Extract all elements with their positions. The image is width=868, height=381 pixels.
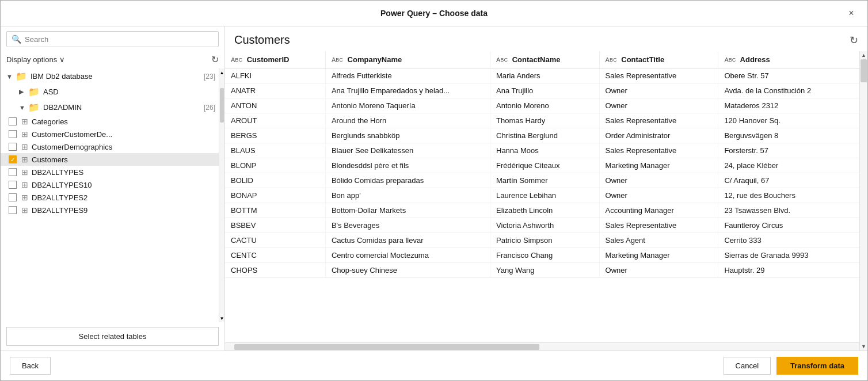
table-icon-customercustomerde: ⊞	[21, 129, 28, 139]
table-cell: 12, rue des Bouchers	[718, 188, 859, 203]
checkbox-customercustomerde[interactable]	[9, 130, 17, 138]
table-cell: Christina Berglund	[490, 128, 600, 143]
table-cell: Marketing Manager	[599, 158, 718, 173]
table-icon-customerdemographics: ⊞	[21, 142, 28, 151]
table-item-customerdemographics[interactable]: ⊞ CustomerDemographics	[1, 140, 219, 153]
table-cell: Martín Sommer	[490, 173, 600, 188]
horizontal-scrollbar-thumb[interactable]	[234, 344, 539, 350]
display-options-label: Display options	[6, 55, 57, 64]
table-cell: Sales Representative	[599, 218, 718, 233]
table-cell: Cactus Comidas para llevar	[325, 233, 490, 248]
checkbox-customers[interactable]	[9, 155, 17, 163]
table-cell: Accounting Manager	[599, 203, 718, 218]
table-cell: Owner	[599, 188, 718, 203]
table-cell: Sales Representative	[599, 113, 718, 128]
table-cell: BERGS	[225, 128, 325, 143]
table-cell: Bottom-Dollar Markets	[325, 203, 490, 218]
table-cell: BSBEV	[225, 218, 325, 233]
table-cell: Frédérique Citeaux	[490, 158, 600, 173]
table-cell: Hauptstr. 29	[718, 263, 859, 278]
table-cell: Forsterstr. 57	[718, 143, 859, 158]
tree-content: ▼ 📁 IBM Db2 database [23] ▶ 📁 ASD ▼	[1, 68, 219, 322]
table-header-row: ABC CustomerID ABC CompanyName ABC	[225, 51, 859, 68]
horizontal-scrollbar-track[interactable]	[225, 342, 859, 350]
tree-item-db2admin[interactable]: ▼ 📁 DB2ADMIN [26]	[1, 100, 219, 115]
dialog-title: Power Query – Choose data	[24, 9, 844, 18]
checkbox-db2alltypes2[interactable]	[9, 193, 17, 201]
table-body: ALFKIAlfreds FutterkisteMaria AndersSale…	[225, 68, 859, 278]
table-label-db2alltypes9: DB2ALLTYPES9	[32, 206, 215, 215]
table-scroll-area[interactable]: ABC CustomerID ABC CompanyName ABC	[225, 51, 859, 342]
table-cell: B's Beverages	[325, 218, 490, 233]
transform-data-button[interactable]: Transform data	[776, 357, 858, 375]
right-refresh-button[interactable]: ↻	[850, 34, 858, 47]
table-cell: AROUT	[225, 113, 325, 128]
table-cell: Ana Trujillo Emparedados y helad...	[325, 83, 490, 98]
toggle-icon: ▼	[6, 73, 16, 80]
col-header-contacttitle: ABC ContactTitle	[599, 51, 718, 68]
right-header: Customers ↻	[225, 26, 867, 51]
close-button[interactable]: ×	[844, 6, 858, 20]
table-item-categories[interactable]: ⊞ Categories	[1, 115, 219, 128]
table-row: BOTTMBottom-Dollar MarketsElizabeth Linc…	[225, 203, 859, 218]
cancel-button[interactable]: Cancel	[724, 357, 771, 375]
table-row: BOLIDBólido Comidas preparadasMartín Som…	[225, 173, 859, 188]
checkbox-db2alltypes[interactable]	[9, 168, 17, 176]
tree-label-asd: ASD	[43, 87, 215, 96]
search-input[interactable]	[25, 35, 214, 44]
table-item-db2alltypes10[interactable]: ⊞ DB2ALLTYPES10	[1, 178, 219, 191]
select-related-tables-button[interactable]: Select related tables	[6, 327, 219, 346]
table-cell: Marketing Manager	[599, 248, 718, 263]
table-row: ANTONAntonio Moreno TaqueríaAntonio More…	[225, 98, 859, 113]
table-item-db2alltypes[interactable]: ⊞ DB2ALLTYPES	[1, 166, 219, 178]
right-scroll-up[interactable]: ▲	[860, 51, 867, 59]
table-cell: Owner	[599, 83, 718, 98]
table-label-customerdemographics: CustomerDemographics	[32, 143, 215, 151]
table-cell: Antonio Moreno	[490, 98, 600, 113]
col-header-address: ABC Address	[718, 51, 859, 68]
right-scroll-down[interactable]: ▼	[860, 342, 867, 350]
table-cell: Owner	[599, 98, 718, 113]
checkbox-db2alltypes9[interactable]	[9, 206, 17, 214]
table-label-db2alltypes: DB2ALLTYPES	[32, 168, 215, 177]
left-scroll-down[interactable]: ▼	[219, 314, 224, 322]
checkbox-customerdemographics[interactable]	[9, 143, 17, 151]
table-label-customercustomerde: CustomerCustomerDe...	[32, 130, 147, 139]
table-cell: BOLID	[225, 173, 325, 188]
checkbox-categories[interactable]	[9, 117, 17, 125]
table-cell: CHOPS	[225, 263, 325, 278]
table-item-db2alltypes2[interactable]: ⊞ DB2ALLTYPES2	[1, 191, 219, 204]
table-cell: Thomas Hardy	[490, 113, 600, 128]
search-bar[interactable]: 🔍	[6, 31, 219, 47]
table-cell: BLONP	[225, 158, 325, 173]
table-row: BLAUSBlauer See DelikatessenHanna MoosSa…	[225, 143, 859, 158]
table-row: BONAPBon app'Laurence LebihanOwner12, ru…	[225, 188, 859, 203]
table-cell: ANTON	[225, 98, 325, 113]
tree-item-root[interactable]: ▼ 📁 IBM Db2 database [23]	[1, 68, 219, 84]
table-cell: Bon app'	[325, 188, 490, 203]
table-item-customers[interactable]: ⊞ Customers	[1, 153, 219, 166]
table-item-customercustomerde[interactable]: ⊞ CustomerCustomerDe...	[1, 128, 219, 140]
table-row: AROUTAround the HornThomas HardySales Re…	[225, 113, 859, 128]
tree-item-asd[interactable]: ▶ 📁 ASD	[1, 84, 219, 100]
table-item-db2alltypes9[interactable]: ⊞ DB2ALLTYPES9	[1, 204, 219, 216]
col-header-customerid: ABC CustomerID	[225, 51, 325, 68]
checkbox-db2alltypes10[interactable]	[9, 181, 17, 189]
search-icon: 🔍	[12, 35, 21, 44]
table-cell: Fauntleroy Circus	[718, 218, 859, 233]
table-row: CHOPSChop-suey ChineseYang WangOwnerHaup…	[225, 263, 859, 278]
left-scroll-up[interactable]: ▲	[219, 68, 224, 77]
left-refresh-button[interactable]: ↻	[211, 54, 219, 65]
footer-right: Cancel Transform data	[724, 357, 858, 375]
right-scroll-thumb-area	[860, 59, 867, 342]
table-cell: Sales Representative	[599, 68, 718, 83]
back-button[interactable]: Back	[10, 357, 51, 375]
display-options-button[interactable]: Display options ∨	[6, 55, 65, 64]
table-cell: CENTC	[225, 248, 325, 263]
table-row: BSBEVB's BeveragesVictoria AshworthSales…	[225, 218, 859, 233]
table-cell: 120 Hanover Sq.	[718, 113, 859, 128]
col-type-icon-customerid: ABC	[231, 56, 242, 63]
tree-count-root: [23]	[204, 73, 215, 81]
table-icon-db2alltypes2: ⊞	[21, 193, 28, 202]
title-bar: Power Query – Choose data ×	[1, 1, 867, 26]
